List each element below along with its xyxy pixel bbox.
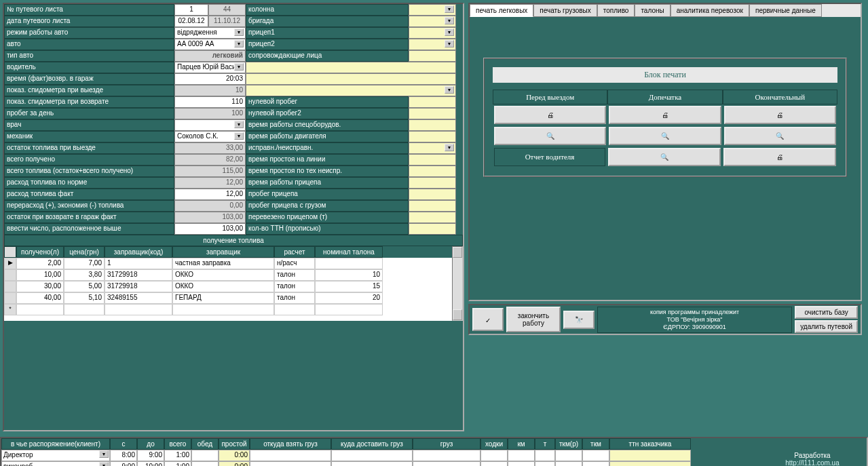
r-lbl-3: прицеп2 — [246, 39, 409, 50]
r-val-4[interactable] — [409, 50, 456, 62]
driver-report-label: Отчет водителя — [494, 148, 605, 166]
r-val-2[interactable] — [409, 27, 456, 39]
lbl-fuel-fact: расход топлива факт — [4, 189, 174, 200]
preview-btn-2[interactable]: 🔍 — [609, 127, 721, 145]
val-odo-in[interactable]: 110 — [174, 96, 246, 108]
dd-driver[interactable]: Парцев Юрій Васи — [174, 62, 246, 73]
r-val-1[interactable] — [409, 16, 456, 27]
sched-row[interactable]: Директор8:009:001:000:00 — [1, 450, 758, 461]
tab-1[interactable]: печать грузовых — [533, 4, 597, 17]
fuel-h0: получено(л) — [16, 246, 64, 258]
ok-button[interactable]: ✓ — [472, 308, 504, 331]
print-btn-3[interactable]: 🖨 — [724, 106, 836, 124]
r-val-9[interactable] — [409, 108, 456, 119]
magnifier-icon: 🔍 — [661, 132, 669, 140]
tab-3[interactable]: талоны — [635, 4, 670, 17]
r-val-8[interactable] — [409, 96, 456, 108]
r-val-11[interactable] — [409, 131, 456, 142]
sched-h-13: ткм — [582, 438, 609, 450]
sched-h-3: всего — [164, 438, 191, 450]
print-btn-2[interactable]: 🖨 — [609, 106, 721, 124]
r-val-18[interactable] — [409, 212, 456, 223]
val-return[interactable]: 20:03 — [174, 73, 246, 85]
find-button[interactable]: 🔭 — [563, 311, 595, 329]
tab-0[interactable]: печать легковых — [470, 4, 533, 17]
delete-sheet-button[interactable]: удалить путевой — [795, 320, 858, 333]
dd-doctor[interactable] — [174, 119, 246, 131]
finish-button[interactable]: закончить работу — [506, 307, 561, 332]
lbl-return: время (факт)возвр. в гараж — [4, 73, 174, 85]
dd-auto[interactable]: АА 0009 АА — [174, 39, 246, 50]
fuel-h2: заправщик(код) — [105, 246, 172, 258]
tab-5[interactable]: первичные данные — [749, 4, 822, 17]
fuel-row[interactable]: 10,003,8031729918ОККОталон10 — [4, 269, 452, 281]
sched-h-0: в чье распоряжение(клиент) — [1, 438, 110, 450]
fuel-row[interactable]: 30,005,0031729918ОККОталон15 — [4, 281, 452, 292]
val-rest-fact[interactable]: 103,00 — [174, 212, 246, 223]
dev-label: Разработка — [758, 452, 867, 459]
fuel-row[interactable]: ▶2,007,001частная заправкан/расч — [4, 258, 452, 269]
printer-icon: 🖨 — [776, 111, 783, 119]
r-val-12[interactable] — [409, 142, 456, 154]
val-fuel-total[interactable]: 115,00 — [174, 166, 246, 177]
fuel-scroll[interactable] — [452, 246, 463, 321]
sched-h-12: ткм(р) — [555, 438, 582, 450]
sched-h-7: куда доставить груз — [331, 438, 413, 450]
r-val-16[interactable] — [409, 189, 456, 200]
r-lbl-13: время простоя на линии — [246, 154, 409, 166]
r-val-14[interactable] — [409, 166, 456, 177]
r-lbl-19: кол-во ТТН (прописью) — [246, 223, 409, 235]
dd-mode[interactable]: відрядження — [174, 27, 246, 39]
val-run[interactable]: 100 — [174, 108, 246, 119]
tab-4[interactable]: аналитика перевозок — [671, 4, 749, 17]
preview-btn-1[interactable]: 🔍 — [494, 127, 606, 145]
fuel-title: получение топлива — [4, 235, 463, 246]
r-lbl-4: сопровождающие лица — [246, 50, 409, 62]
clear-db-button[interactable]: очистить базу — [795, 306, 858, 319]
print-btn-1[interactable]: 🖨 — [494, 106, 606, 124]
magnifier-icon: 🔍 — [776, 132, 784, 140]
r-val-3[interactable] — [409, 39, 456, 50]
sched-row[interactable]: виконроб9:0010:001:000:00 — [1, 461, 758, 466]
r-val-17[interactable] — [409, 200, 456, 212]
fuel-row[interactable]: 40,005,1032489155ГЕПАРДталон20 — [4, 292, 452, 304]
driver-print-btn[interactable]: 🖨 — [723, 148, 836, 166]
dev-link[interactable]: http://l111.com.ua — [785, 459, 839, 466]
val-fuel-fact[interactable]: 12,00 — [174, 189, 246, 200]
r-lbl-1: бригада — [246, 16, 409, 27]
r-val-19[interactable] — [409, 223, 456, 235]
lbl-doctor: врач — [4, 119, 174, 131]
sched-h-10: км — [508, 438, 535, 450]
preview-btn-3[interactable]: 🔍 — [724, 127, 836, 145]
lbl-type: тип авто — [4, 50, 174, 62]
val-no2[interactable]: 44 — [208, 4, 246, 16]
dd-mech[interactable]: Соколов С.К. — [174, 131, 246, 142]
val-odo-out[interactable]: 10 — [174, 85, 246, 96]
lbl-rest-fact: остаток при возврате в гараж факт — [4, 212, 174, 223]
r-val-13[interactable] — [409, 154, 456, 166]
r-val-7[interactable] — [246, 85, 456, 96]
r-val-0[interactable] — [409, 4, 456, 16]
r-lbl-15: время работы прицепа — [246, 177, 409, 189]
lbl-mode: режим работы авто — [4, 27, 174, 39]
r-lbl-17: пробег прицепа с грузом — [246, 200, 409, 212]
r-val-5[interactable] — [246, 62, 456, 73]
val-fuel-norm[interactable]: 12,00 — [174, 177, 246, 189]
check-icon: ✓ — [485, 317, 491, 324]
val-enter[interactable]: 103,00 — [174, 223, 246, 235]
val-fuel-got[interactable]: 82,00 — [174, 154, 246, 166]
r-val-10[interactable] — [409, 119, 456, 131]
val-fuel-rest[interactable]: 33,00 — [174, 142, 246, 154]
r-val-15[interactable] — [409, 177, 456, 189]
val-date1[interactable]: 02.08.12 — [174, 16, 208, 27]
r-val-6[interactable] — [246, 73, 456, 85]
copyright-box: копия программы принадлежит ТОВ "Вечірня… — [597, 307, 792, 333]
tab-2[interactable]: топливо — [597, 4, 635, 17]
val-date2[interactable]: 11.10.12 — [208, 16, 246, 27]
val-no1[interactable]: 1 — [174, 4, 208, 16]
fuel-h4: расчет — [274, 246, 315, 258]
val-over[interactable]: 0,00 — [174, 200, 246, 212]
magnifier-icon: 🔍 — [546, 132, 554, 140]
printer-icon: 🖨 — [776, 153, 783, 161]
driver-preview-btn[interactable]: 🔍 — [608, 148, 721, 166]
